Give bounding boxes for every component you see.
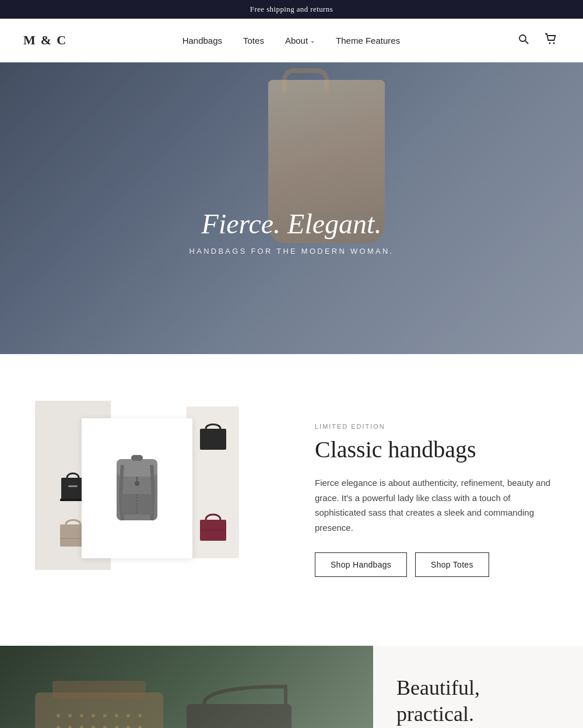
search-icon — [518, 33, 529, 45]
svg-rect-11 — [131, 455, 143, 461]
svg-point-13 — [135, 481, 139, 486]
featured-text: LIMITED EDITION Classic handbags Fierce … — [315, 423, 560, 577]
svg-rect-61 — [187, 704, 292, 728]
featured-title: Classic handbags — [315, 436, 560, 464]
svg-point-22 — [68, 714, 72, 718]
right-bag-bottom — [197, 509, 229, 547]
collage-card-right — [187, 407, 239, 558]
svg-line-1 — [525, 41, 528, 44]
search-button[interactable] — [515, 31, 532, 50]
svg-point-24 — [92, 714, 95, 718]
main-nav: Handbags Totes About ⌄ Theme Features — [182, 36, 401, 46]
svg-point-0 — [519, 35, 526, 41]
svg-rect-20 — [52, 681, 146, 698]
announcement-text: Free shipping and returns — [250, 5, 333, 13]
nav-about[interactable]: About ⌄ — [285, 36, 315, 46]
nav-totes[interactable]: Totes — [243, 36, 264, 46]
cart-icon — [545, 33, 557, 45]
featured-section: LIMITED EDITION Classic handbags Fierce … — [0, 354, 583, 646]
site-logo[interactable]: M & C — [23, 33, 67, 48]
second-section: Beautiful, practical. Our luxurious soft… — [0, 646, 583, 728]
second-text-box: Beautiful, practical. Our luxurious soft… — [373, 646, 583, 728]
svg-point-25 — [103, 714, 107, 718]
backpack-illustration — [105, 444, 169, 532]
svg-point-28 — [138, 714, 142, 718]
hero-section: Fierce. Elegant. HANDBAGS FOR THE MODERN… — [0, 62, 583, 354]
hero-content: Fierce. Elegant. HANDBAGS FOR THE MODERN… — [189, 208, 394, 256]
shop-handbags-button[interactable]: Shop Handbags — [315, 552, 407, 577]
header-icons — [515, 31, 560, 50]
tote-icon — [197, 509, 229, 544]
hero-subtitle: HANDBAGS FOR THE MODERN WOMAN. — [189, 247, 394, 256]
svg-point-23 — [80, 714, 83, 718]
backpack-icon — [105, 444, 169, 532]
svg-rect-4 — [61, 478, 85, 501]
hero-title: Fierce. Elegant. — [189, 208, 394, 240]
featured-description: Fierce elegance is about authenticity, r… — [315, 475, 560, 535]
limited-edition-badge: LIMITED EDITION — [315, 423, 560, 430]
shop-totes-button[interactable]: Shop Totes — [415, 552, 489, 577]
site-header: M & C Handbags Totes About ⌄ Theme Featu… — [0, 19, 583, 62]
cart-button[interactable] — [542, 31, 560, 50]
svg-point-3 — [553, 42, 555, 44]
collage-card-main — [82, 418, 192, 558]
nav-handbags[interactable]: Handbags — [182, 36, 222, 46]
svg-point-26 — [115, 714, 118, 718]
svg-point-21 — [57, 714, 60, 718]
svg-rect-16 — [200, 429, 226, 450]
about-chevron-icon: ⌄ — [310, 37, 315, 44]
product-collage — [35, 389, 280, 611]
svg-rect-5 — [68, 485, 78, 487]
announcement-bar: Free shipping and returns — [0, 0, 583, 19]
second-bag-decoration — [0, 646, 373, 728]
cta-buttons: Shop Handbags Shop Totes — [315, 552, 560, 577]
svg-point-27 — [127, 714, 130, 718]
handbag-icon-3 — [197, 418, 229, 453]
second-section-title: Beautiful, practical. — [396, 675, 560, 727]
nav-about-link[interactable]: About — [285, 36, 308, 46]
svg-point-2 — [549, 42, 551, 44]
right-bag-top — [197, 418, 229, 456]
second-section-image — [0, 646, 373, 728]
nav-theme-features[interactable]: Theme Features — [336, 36, 400, 46]
